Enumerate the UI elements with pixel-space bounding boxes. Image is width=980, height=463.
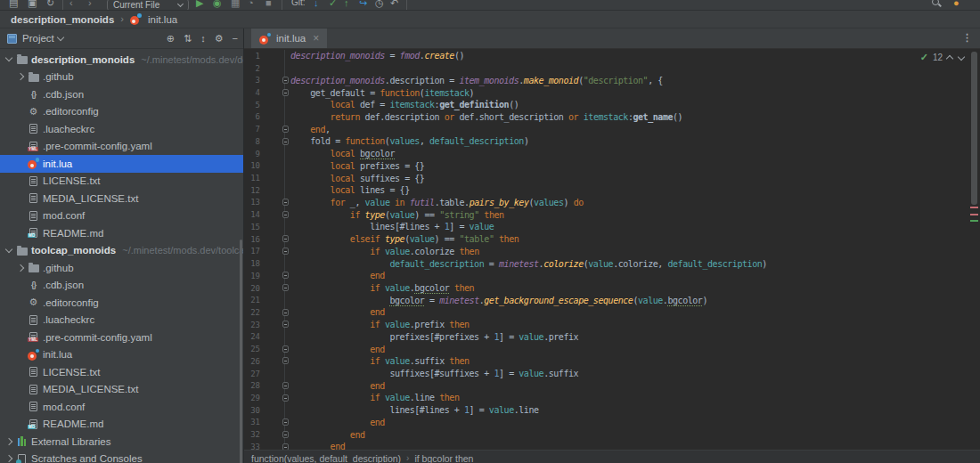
fold-region-start-icon[interactable] xyxy=(282,89,289,96)
fold-region-end-icon[interactable] xyxy=(282,126,289,133)
code-line[interactable]: 6 return def.description or def.short_de… xyxy=(244,111,980,124)
git-history-icon[interactable]: ◷ xyxy=(375,0,384,9)
debug-icon[interactable]: ◉ xyxy=(213,0,222,9)
tree-item[interactable]: .github xyxy=(0,69,243,86)
tree-item[interactable]: YML.pre-commit-config.yaml xyxy=(0,329,243,346)
code-line[interactable]: 24 prefixes[#prefixes + 1] = value.prefi… xyxy=(244,331,980,344)
code-line[interactable]: 20 if value.bgcolor then xyxy=(244,282,980,295)
code-line[interactable]: 2 xyxy=(244,62,980,75)
run-configuration-dropdown[interactable]: Current File xyxy=(107,0,189,11)
expand-all-icon[interactable]: ⇅ xyxy=(184,33,192,45)
code-line[interactable]: 12 local lines = {} xyxy=(244,184,980,197)
tree-item[interactable]: mod.conf xyxy=(0,398,243,416)
locate-file-icon[interactable]: ⊕ xyxy=(167,33,175,45)
fold-region-end-icon[interactable] xyxy=(282,443,289,451)
open-file-icon[interactable]: ▤ xyxy=(9,0,18,9)
code-line[interactable]: 11 local suffixes = {} xyxy=(244,172,980,184)
code-line[interactable]: 13 for _, value in futil.table.pairs_by_… xyxy=(244,197,980,209)
tree-item[interactable]: .github xyxy=(0,259,243,277)
tree-item[interactable]: ⚙.editorconfig xyxy=(0,103,243,121)
tree-item[interactable]: ⚙.editorconfig xyxy=(0,294,243,312)
code-line[interactable]: 3description_monoids.description = item_… xyxy=(244,74,980,86)
tree-item[interactable]: description_monoids~/.minetest/mods.dev/… xyxy=(0,51,243,69)
fold-region-end-icon[interactable] xyxy=(282,345,289,353)
code-line[interactable]: 8 fold = function(values, default_descri… xyxy=(244,135,980,148)
fold-region-end-icon[interactable] xyxy=(282,431,289,438)
tree-item[interactable]: MEDIA_LICENSE.txt xyxy=(0,381,243,399)
fold-region-start-icon[interactable] xyxy=(282,211,289,218)
tree-item[interactable]: YML.pre-commit-config.yaml xyxy=(0,138,243,156)
chevron-right-icon[interactable] xyxy=(4,438,12,445)
git-rollback-icon[interactable]: ↶ xyxy=(390,0,398,9)
save-all-icon[interactable]: ▣ xyxy=(28,0,37,9)
fold-region-end-icon[interactable] xyxy=(282,309,289,316)
tree-item[interactable]: MDREADME.md xyxy=(0,416,243,434)
tab-options-kebab-icon[interactable]: ⋮ xyxy=(962,32,972,44)
stop-icon[interactable]: ■ xyxy=(265,0,272,9)
editor-scrollbar[interactable] xyxy=(971,52,977,205)
code-line[interactable]: 1description_monoids = fmod.create() xyxy=(244,50,980,62)
settings-gear-icon[interactable]: ⚙ xyxy=(215,33,224,45)
code-line[interactable]: 14 if type(value) == "string" then xyxy=(244,208,980,221)
code-line[interactable]: 27 suffixes[#suffixes + 1] = value.suffi… xyxy=(244,368,980,380)
git-commit-icon[interactable]: ✓ xyxy=(329,0,337,9)
fold-region-end-icon[interactable] xyxy=(282,382,289,389)
tree-item[interactable]: mod.conf xyxy=(0,207,243,225)
chevron-right-icon[interactable] xyxy=(16,73,23,80)
breadcrumb-file[interactable]: init.lua xyxy=(148,14,177,25)
code-line[interactable]: 4 get_default = function(itemstack) xyxy=(244,86,980,99)
code-line[interactable]: 22 end xyxy=(244,306,980,319)
tree-item[interactable]: Scratches and Consoles xyxy=(0,451,243,463)
code-line[interactable]: 23 if value.prefix then xyxy=(244,319,980,331)
run-icon[interactable]: ▶ xyxy=(196,0,203,9)
tree-item[interactable]: init.lua xyxy=(0,155,243,173)
fold-region-start-icon[interactable] xyxy=(282,321,289,328)
forward-icon[interactable]: › xyxy=(88,0,92,9)
coverage-icon[interactable]: ▦ xyxy=(231,0,240,9)
breadcrumb-project[interactable]: description_monoids xyxy=(11,14,114,25)
fold-region-end-icon[interactable] xyxy=(282,272,289,279)
error-stripe-mark[interactable] xyxy=(970,214,978,215)
code-line[interactable]: 26 if value.suffix then xyxy=(244,355,980,368)
tree-item[interactable]: LICENSE.txt xyxy=(0,363,243,381)
error-stripe-mark[interactable] xyxy=(970,220,978,222)
tree-item[interactable]: init.lua xyxy=(0,346,243,364)
tree-item[interactable]: .luacheckrc xyxy=(0,120,243,138)
hide-panel-icon[interactable]: − xyxy=(233,33,238,44)
code-line[interactable]: 9 local bgcolor xyxy=(244,148,980,160)
code-line[interactable]: 33 end xyxy=(244,441,980,450)
project-tree-scrollbar[interactable] xyxy=(240,240,242,463)
fold-region-start-icon[interactable] xyxy=(282,235,289,242)
tree-item[interactable]: MEDIA_LICENSE.txt xyxy=(0,190,243,207)
fold-region-start-icon[interactable] xyxy=(282,138,289,145)
breadcrumb-scope[interactable]: function(values, default_description) xyxy=(251,453,401,463)
project-panel-title[interactable]: Project xyxy=(22,33,54,44)
code-line[interactable]: 15 lines[#lines + 1] = value xyxy=(244,221,980,233)
profiler-icon[interactable]: ◔ xyxy=(248,0,254,9)
notification-icon[interactable]: ● xyxy=(953,0,960,9)
fold-region-start-icon[interactable] xyxy=(282,77,289,84)
code-line[interactable]: 19 end xyxy=(244,270,980,282)
tree-item[interactable]: LICENSE.txt xyxy=(0,173,243,191)
breadcrumb-scope[interactable]: if bgcolor then xyxy=(414,453,473,463)
back-icon[interactable]: ‹ xyxy=(69,0,73,9)
git-update-icon[interactable]: ↓ xyxy=(314,0,319,9)
tree-item[interactable]: toolcap_monoids~/.minetest/mods.dev/tool… xyxy=(0,242,243,260)
fold-region-start-icon[interactable] xyxy=(282,248,289,255)
chevron-down-icon[interactable] xyxy=(57,33,64,40)
code-line[interactable]: 28 end xyxy=(244,379,980,392)
code-line[interactable]: 25 end xyxy=(244,343,980,355)
code-line[interactable]: 5 local def = itemstack:get_definition() xyxy=(244,99,980,111)
code-area[interactable]: 1description_monoids = fmod.create()23de… xyxy=(244,49,980,450)
tree-item[interactable]: External Libraries xyxy=(0,433,243,451)
fold-region-start-icon[interactable] xyxy=(282,284,289,291)
fold-region-start-icon[interactable] xyxy=(282,357,289,364)
code-line[interactable]: 7 end, xyxy=(244,123,980,135)
chevron-right-icon[interactable] xyxy=(16,264,23,272)
tab-init-lua[interactable]: init.lua × xyxy=(251,28,327,48)
chevron-down-icon[interactable] xyxy=(4,54,12,61)
code-line[interactable]: 18 default_description = minetest.colori… xyxy=(244,257,980,270)
code-line[interactable]: 32 end xyxy=(244,428,980,441)
tree-item[interactable]: MDREADME.md xyxy=(0,224,243,242)
code-line[interactable]: 30 lines[#lines + 1] = value.line xyxy=(244,404,980,417)
